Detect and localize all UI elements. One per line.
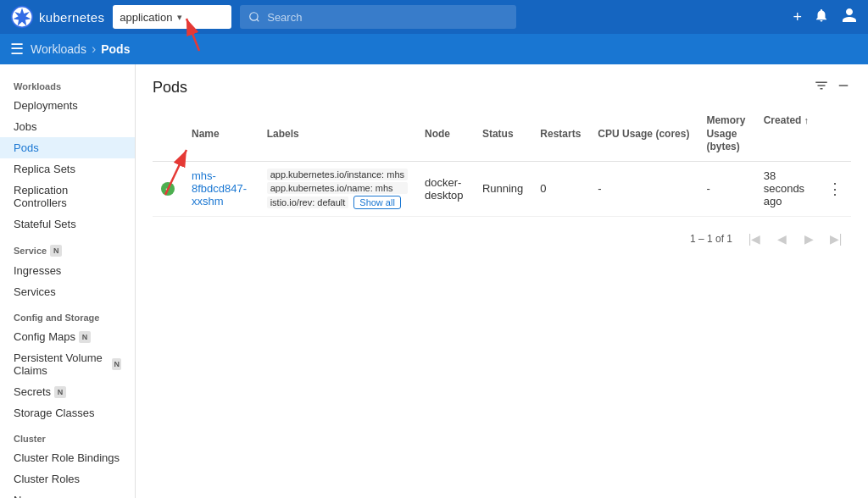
logo[interactable]: kubernetes: [10, 5, 104, 29]
filter-icon[interactable]: [814, 78, 829, 97]
sidebar: Workloads Deployments Jobs Pods Replica …: [0, 64, 136, 498]
pagination-info: 1 – 1 of 1: [690, 233, 732, 245]
th-status-col: Status: [474, 108, 531, 161]
pod-status-text-cell: Running: [474, 161, 531, 216]
label-tag: istio.io/rev: default: [267, 196, 349, 208]
search-icon: [248, 11, 260, 23]
th-labels: Labels: [259, 108, 416, 161]
topbar-actions: +: [793, 7, 859, 28]
sidebar-section-cluster: Cluster: [0, 423, 135, 447]
page-header: Pods: [153, 78, 851, 97]
sidebar-item-secrets[interactable]: Secrets N: [0, 381, 135, 402]
table-row: ✓ mhs-8fbdcd847-xxshm app.kubernetes.io/…: [153, 161, 851, 216]
breadcrumb-separator: ›: [92, 42, 96, 57]
th-restarts: Restarts: [531, 108, 589, 161]
th-memory: Memory Usage (bytes): [698, 108, 754, 161]
sidebar-item-pods[interactable]: Pods: [0, 137, 135, 158]
pod-memory-cell: -: [698, 161, 754, 216]
pod-labels-cell: app.kubernetes.io/instance: mhs app.kube…: [259, 161, 416, 216]
label-tag: app.kubernetes.io/name: mhs: [267, 182, 408, 194]
svg-point-2: [250, 13, 258, 20]
pods-table: Name Labels Node Status Restarts CPU Usa…: [153, 108, 851, 217]
last-page-button[interactable]: ▶|: [824, 227, 848, 251]
chevron-down-icon: ▾: [177, 12, 225, 23]
topbar: kubernetes application ▾ +: [0, 0, 868, 34]
show-all-button[interactable]: Show all: [353, 196, 401, 209]
layout: Workloads Deployments Jobs Pods Replica …: [0, 64, 868, 498]
svg-line-3: [257, 19, 259, 22]
pod-node-cell: docker-desktop: [416, 161, 474, 216]
secrets-badge: N: [54, 386, 66, 398]
more-options-button[interactable]: ⋮: [827, 180, 843, 197]
sidebar-item-cluster-role-bindings[interactable]: Cluster Role Bindings: [0, 447, 135, 468]
th-status: [153, 108, 183, 161]
th-actions: [819, 108, 851, 161]
pagination: 1 – 1 of 1 |◀ ◀ ▶ ▶|: [153, 227, 851, 251]
main-content: Pods Name Labels Node Status: [136, 64, 868, 498]
next-page-button[interactable]: ▶: [797, 227, 821, 251]
account-button[interactable]: [841, 7, 858, 28]
service-badge: N: [50, 245, 62, 257]
th-node: Node: [416, 108, 474, 161]
page-actions: [814, 78, 851, 97]
breadcrumb-workloads[interactable]: Workloads: [31, 42, 86, 56]
sidebar-section-workloads: Workloads: [0, 71, 135, 95]
namespace-value: application: [120, 11, 172, 24]
th-cpu: CPU Usage (cores): [589, 108, 698, 161]
sidebar-item-services[interactable]: Services: [0, 281, 135, 302]
breadcrumb-current: Pods: [101, 42, 130, 56]
pods-table-container: Name Labels Node Status Restarts CPU Usa…: [153, 108, 851, 251]
search-input[interactable]: [267, 11, 508, 24]
first-page-button[interactable]: |◀: [743, 227, 766, 251]
add-button[interactable]: +: [793, 8, 803, 26]
search-bar: [240, 5, 516, 29]
status-ok-icon: ✓: [161, 182, 175, 196]
sidebar-item-storage-classes[interactable]: Storage Classes: [0, 402, 135, 423]
breadcrumb: Workloads › Pods: [31, 42, 130, 57]
pod-link[interactable]: mhs-8fbdcd847-xxshm: [192, 169, 247, 208]
collapse-icon[interactable]: [836, 78, 851, 97]
sidebar-item-jobs[interactable]: Jobs: [0, 116, 135, 137]
th-name[interactable]: Name: [183, 108, 259, 161]
label-tag: app.kubernetes.io/instance: mhs: [267, 169, 408, 180]
sidebar-item-pvc[interactable]: Persistent Volume Claims N: [0, 347, 135, 381]
page-title: Pods: [153, 79, 187, 97]
sidebar-item-config-maps[interactable]: Config Maps N: [0, 326, 135, 347]
sidebar-item-namespaces[interactable]: Namespaces: [0, 490, 135, 498]
config-maps-badge: N: [79, 331, 91, 343]
notifications-button[interactable]: [814, 8, 829, 27]
sidebar-item-cluster-roles[interactable]: Cluster Roles: [0, 468, 135, 490]
secondbar: ☰ Workloads › Pods: [0, 34, 868, 64]
pod-cpu-cell: -: [589, 161, 698, 216]
sidebar-item-ingresses[interactable]: Ingresses: [0, 260, 135, 281]
sidebar-section-config: Config and Storage: [0, 302, 135, 326]
pod-created-cell: 38 seconds ago: [755, 161, 819, 216]
sidebar-item-replication-controllers[interactable]: Replication Controllers: [0, 180, 135, 213]
pod-name-cell: mhs-8fbdcd847-xxshm: [183, 161, 259, 216]
th-created[interactable]: Created ↑: [755, 108, 819, 133]
pod-status-cell: ✓: [153, 161, 183, 216]
menu-button[interactable]: ☰: [10, 40, 24, 58]
sidebar-item-replica-sets[interactable]: Replica Sets: [0, 158, 135, 180]
brand-label: kubernetes: [39, 10, 104, 25]
pod-more-cell[interactable]: ⋮: [819, 161, 851, 216]
namespace-selector[interactable]: application ▾: [113, 5, 231, 29]
sidebar-item-stateful-sets[interactable]: Stateful Sets: [0, 213, 135, 235]
labels-list: app.kubernetes.io/instance: mhs app.kube…: [267, 169, 408, 209]
pod-restarts-cell: 0: [531, 161, 589, 216]
prev-page-button[interactable]: ◀: [770, 227, 793, 251]
pvc-badge: N: [112, 358, 121, 370]
sidebar-section-service: Service N: [0, 235, 135, 260]
sidebar-item-deployments[interactable]: Deployments: [0, 95, 135, 116]
